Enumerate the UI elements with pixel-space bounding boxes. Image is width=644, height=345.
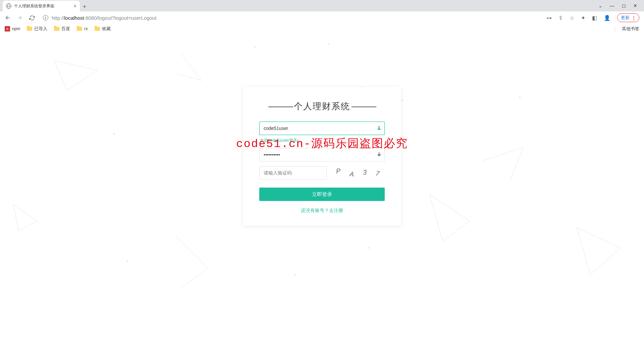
bookmark-rx[interactable]: rx (77, 26, 88, 31)
svg-line-6 (18, 221, 37, 231)
svg-point-24 (127, 261, 128, 262)
svg-line-14 (181, 268, 208, 288)
folder-icon (95, 27, 100, 31)
svg-line-4 (178, 74, 201, 80)
bookmark-npm[interactable]: nnpm (5, 26, 20, 31)
minimize-icon[interactable]: — (610, 3, 614, 8)
close-window-icon[interactable]: ✕ (633, 3, 637, 8)
bookmark-imported[interactable]: 已导入 (27, 26, 47, 32)
back-button[interactable] (5, 15, 11, 21)
site-info-icon[interactable]: i (43, 15, 48, 20)
bookmark-other[interactable]: 其他书签 (615, 26, 639, 32)
npm-icon: n (5, 26, 10, 31)
svg-point-26 (368, 247, 370, 249)
new-tab-button[interactable]: + (80, 2, 89, 11)
svg-rect-28 (378, 154, 381, 156)
browser-chrome: 个人理财系统登录界面 × + ⌄ — ◻ ✕ i http://localhos… (0, 0, 644, 33)
svg-line-10 (429, 194, 443, 241)
bookmark-favorites[interactable]: 收藏 (95, 26, 111, 32)
toolbar: i http://localhost:8080/logout?logout=us… (0, 11, 644, 24)
captcha-image[interactable]: PA37 (333, 166, 385, 180)
svg-line-11 (483, 147, 523, 161)
address-bar[interactable]: i http://localhost:8080/logout?logout=us… (41, 15, 540, 21)
profile-avatar-icon[interactable]: 👤 (604, 15, 610, 21)
url-text: http://localhost:8080/logout?logout=user… (52, 15, 156, 21)
login-title: 个人理财系统 (259, 100, 385, 112)
svg-line-3 (181, 54, 201, 80)
update-button[interactable]: 更新⋮ (617, 13, 639, 22)
svg-line-13 (174, 234, 208, 268)
close-tab-icon[interactable]: × (74, 3, 76, 9)
svg-point-27 (378, 126, 380, 128)
svg-line-0 (54, 60, 67, 90)
svg-line-12 (510, 147, 523, 181)
reload-button[interactable] (29, 15, 35, 21)
svg-line-1 (67, 70, 97, 90)
user-icon (377, 126, 381, 131)
captcha-row: PA37 (259, 166, 385, 180)
bookmark-baidu[interactable]: 百度 (54, 26, 70, 32)
svg-line-16 (590, 248, 621, 275)
captcha-input[interactable] (259, 166, 327, 180)
svg-line-8 (429, 194, 470, 221)
svg-point-23 (519, 96, 521, 98)
username-input[interactable] (259, 122, 385, 135)
svg-line-5 (13, 204, 37, 221)
register-link[interactable]: 还没有账号？去注册 (259, 208, 385, 214)
svg-point-18 (254, 46, 256, 48)
tab-title: 个人理财系统登录界面 (14, 3, 54, 9)
toolbar-right: ⊶ ⇪ ☆ ✦ ◧ 👤 更新⋮ (546, 13, 639, 22)
svg-point-19 (328, 43, 329, 44)
share-icon[interactable]: ⇪ (558, 15, 563, 21)
folder-icon (27, 27, 32, 31)
login-card: 个人理财系统 欢迎code51user登录~ PA37 立即登录 还没有账号？去… (243, 87, 401, 226)
forward-button[interactable] (17, 15, 23, 21)
password-field (259, 148, 385, 161)
svg-line-2 (54, 60, 97, 70)
page-content: 个人理财系统 欢迎code51user登录~ PA37 立即登录 还没有账号？去… (0, 33, 644, 345)
globe-icon (6, 3, 11, 9)
maximize-icon[interactable]: ◻ (622, 3, 626, 8)
svg-line-9 (443, 221, 470, 241)
side-panel-icon[interactable]: ◧ (592, 15, 597, 21)
extensions-icon[interactable]: ✦ (581, 15, 585, 21)
lock-icon (377, 152, 381, 157)
svg-line-15 (577, 228, 621, 248)
password-key-icon[interactable]: ⊶ (546, 15, 552, 21)
tab-strip: 个人理财系统登录界面 × + ⌄ — ◻ ✕ (0, 0, 644, 11)
svg-line-7 (13, 204, 18, 231)
password-input[interactable] (259, 148, 385, 161)
folder-icon (77, 27, 82, 31)
bookmark-star-icon[interactable]: ☆ (570, 15, 574, 21)
folder-icon (54, 27, 59, 31)
login-button[interactable]: 立即登录 (259, 188, 385, 201)
tab-search-icon[interactable]: ⌄ (598, 3, 602, 8)
bookmark-bar: nnpm 已导入 百度 rx 收藏 其他书签 (0, 24, 644, 33)
svg-point-25 (294, 274, 296, 275)
svg-line-17 (577, 228, 590, 275)
window-controls: ⌄ — ◻ ✕ (592, 0, 644, 11)
browser-tab[interactable]: 个人理财系统登录界面 × (3, 1, 80, 11)
svg-point-21 (113, 133, 115, 135)
svg-point-22 (402, 100, 403, 101)
username-field (259, 122, 385, 135)
username-hint: 欢迎code51user登录~ (260, 138, 385, 143)
